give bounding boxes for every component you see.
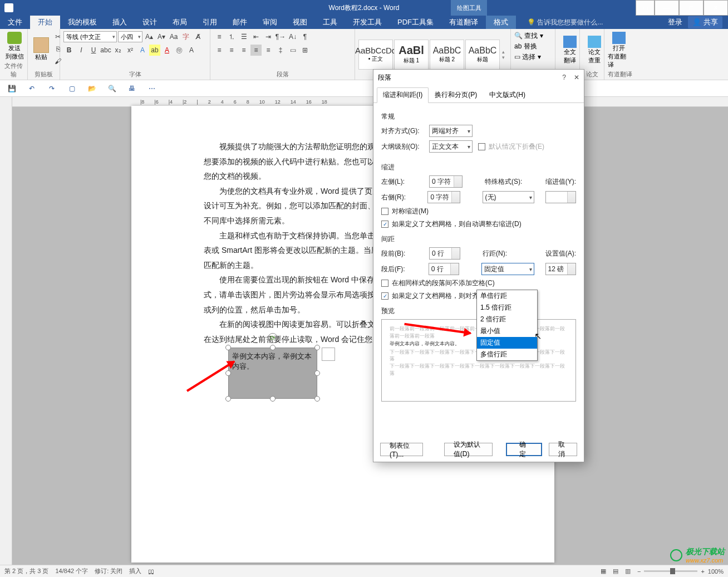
- open-translate-button[interactable]: 打开有道翻译: [608, 31, 630, 69]
- tab-references[interactable]: 引用: [195, 16, 225, 29]
- sort-button[interactable]: A↓: [287, 31, 298, 42]
- view-read-icon[interactable]: ▦: [601, 568, 606, 575]
- decrease-indent-button[interactable]: ⇤: [250, 31, 262, 42]
- paper-check-button[interactable]: 论文查重: [583, 31, 606, 69]
- ok-button[interactable]: 确定: [506, 443, 542, 456]
- view-web-icon[interactable]: ▥: [625, 568, 631, 575]
- tab-dev[interactable]: 开发工具: [345, 16, 390, 29]
- set-default-button[interactable]: 设为默认值(D): [444, 443, 493, 456]
- justify-button[interactable]: ≡: [250, 45, 262, 56]
- tab-file[interactable]: 文件: [0, 16, 30, 29]
- text-effects-button[interactable]: A: [137, 45, 148, 56]
- resize-handle[interactable]: [270, 345, 276, 350]
- style-h1[interactable]: AaBl标题 1: [394, 40, 429, 70]
- show-marks-button[interactable]: ¶: [299, 31, 311, 42]
- dialog-close-button[interactable]: ✕: [574, 74, 579, 81]
- font-name-combo[interactable]: 等线 (中文正: [63, 31, 117, 42]
- font-color-button[interactable]: A: [161, 45, 173, 56]
- special-format-select[interactable]: (无): [483, 191, 535, 203]
- alignment-select[interactable]: 两端对齐: [429, 125, 473, 137]
- space-after-spinner[interactable]: 0 行: [429, 263, 459, 275]
- increase-indent-button[interactable]: ⇥: [263, 31, 274, 42]
- no-space-same-style-checkbox[interactable]: 在相同样式的段落间不添加空格(C): [381, 278, 495, 288]
- left-indent-spinner[interactable]: 0 字符: [429, 175, 463, 188]
- ribbon-opts-icon[interactable]: ▭: [636, 0, 655, 16]
- save-button[interactable]: 💾: [7, 84, 17, 94]
- tab-mail[interactable]: 邮件: [225, 16, 255, 29]
- align-right-button[interactable]: ≡: [238, 45, 249, 56]
- line-spacing-dropdown[interactable]: 单倍行距 1.5 倍行距 2 倍行距 最小值 固定值 多倍行距: [476, 290, 538, 361]
- tab-design[interactable]: 设计: [135, 16, 165, 29]
- set-value-spinner[interactable]: 12 磅: [545, 263, 576, 275]
- dialog-help-button[interactable]: ?: [562, 74, 566, 81]
- find-button[interactable]: 🔍 查找 ▾: [514, 31, 543, 41]
- tab-indent-spacing[interactable]: 缩进和间距(I): [377, 87, 429, 103]
- full-translate-button[interactable]: 全文翻译: [559, 31, 581, 69]
- style-h2[interactable]: AaBbC标题 2: [430, 40, 464, 70]
- qat-print-button[interactable]: 🖶: [127, 84, 137, 94]
- shrink-font-button[interactable]: A▾: [156, 31, 167, 42]
- tab-view[interactable]: 视图: [285, 16, 315, 29]
- qat-preview-button[interactable]: 🔍: [107, 84, 117, 94]
- tab-translate[interactable]: 有道翻译: [441, 16, 486, 29]
- right-indent-spinner[interactable]: 0 字符: [427, 191, 460, 203]
- borders-button[interactable]: ⊞: [299, 45, 311, 56]
- distribute-button[interactable]: ≡: [263, 45, 274, 56]
- style-title[interactable]: AaBbC标题: [465, 40, 500, 70]
- option-multiple[interactable]: 多倍行距: [477, 349, 537, 360]
- option-single[interactable]: 单倍行距: [477, 290, 537, 302]
- vertical-ruler[interactable]: [0, 97, 12, 565]
- style-normal[interactable]: AaBbCcDd• 正文: [358, 40, 393, 70]
- resize-handle[interactable]: [225, 396, 231, 402]
- resize-handle[interactable]: [314, 396, 320, 402]
- clear-format-button[interactable]: A̸: [193, 31, 204, 42]
- tabs-button[interactable]: 制表位(T)...: [380, 443, 423, 456]
- resize-handle[interactable]: [225, 370, 231, 376]
- option-1-5[interactable]: 1.5 倍行距: [477, 302, 537, 314]
- option-fixed[interactable]: 固定值: [477, 337, 537, 349]
- qat-more-button[interactable]: ⋯: [147, 84, 157, 94]
- tab-format[interactable]: 格式: [486, 16, 516, 29]
- line-spacing-select[interactable]: 固定值: [481, 263, 534, 275]
- max-button[interactable]: □: [679, 0, 704, 16]
- tab-templates[interactable]: 我的模板: [60, 16, 105, 29]
- text-box-shape[interactable]: ⟳ 举例文本内容，举例文本内容。: [228, 348, 317, 399]
- phonetic-button[interactable]: 字: [180, 31, 191, 42]
- send-wechat-button[interactable]: 发送到微信: [3, 31, 26, 61]
- select-button[interactable]: ▭ 选择 ▾: [514, 52, 541, 62]
- space-before-spinner[interactable]: 0 行: [429, 247, 460, 260]
- enclose-button[interactable]: ㊞: [174, 45, 185, 56]
- status-track[interactable]: 修订: 关闭: [95, 567, 122, 575]
- redo-button[interactable]: ↷: [47, 84, 57, 94]
- option-min[interactable]: 最小值: [477, 325, 537, 337]
- rotate-handle-icon[interactable]: ⟳: [268, 333, 278, 343]
- layout-options-icon[interactable]: [322, 348, 335, 361]
- status-words[interactable]: 14/842 个字: [55, 567, 88, 575]
- indent-value-spinner[interactable]: [545, 191, 576, 203]
- tab-layout[interactable]: 布局: [165, 16, 195, 29]
- status-lang-icon[interactable]: 🕮: [148, 568, 154, 575]
- resize-handle[interactable]: [314, 370, 320, 376]
- outline-select[interactable]: 正文文本: [429, 140, 473, 153]
- resize-handle[interactable]: [270, 396, 276, 402]
- strike-button[interactable]: abc: [100, 45, 111, 56]
- numbering-button[interactable]: ⒈: [226, 31, 237, 42]
- close-button[interactable]: ✕: [704, 0, 728, 16]
- align-center-button[interactable]: ≡: [226, 45, 237, 56]
- highlight-button[interactable]: ab: [149, 45, 160, 56]
- bold-button[interactable]: B: [63, 45, 75, 56]
- shading-button[interactable]: ▭: [287, 45, 298, 56]
- status-insert[interactable]: 插入: [129, 567, 141, 575]
- tab-line-page[interactable]: 换行和分页(P): [429, 87, 483, 102]
- zoom-out-button[interactable]: −: [637, 568, 641, 575]
- tab-home[interactable]: 开始: [30, 16, 60, 29]
- change-case-button[interactable]: Aa: [168, 31, 179, 42]
- tab-pdf[interactable]: PDF工具集: [390, 16, 441, 29]
- option-double[interactable]: 2 倍行距: [477, 314, 537, 325]
- ltr-button[interactable]: ¶→: [275, 31, 286, 42]
- share-button[interactable]: 👤 共享: [688, 16, 722, 28]
- multilevel-button[interactable]: ☰: [238, 31, 249, 42]
- styles-gallery[interactable]: AaBbCcDd• 正文 AaBl标题 1 AaBbC标题 2 AaBbC标题: [358, 40, 500, 70]
- text-box-content[interactable]: 举例文本内容，举例文本内容。: [228, 348, 317, 399]
- replace-button[interactable]: ab 替换: [514, 42, 537, 51]
